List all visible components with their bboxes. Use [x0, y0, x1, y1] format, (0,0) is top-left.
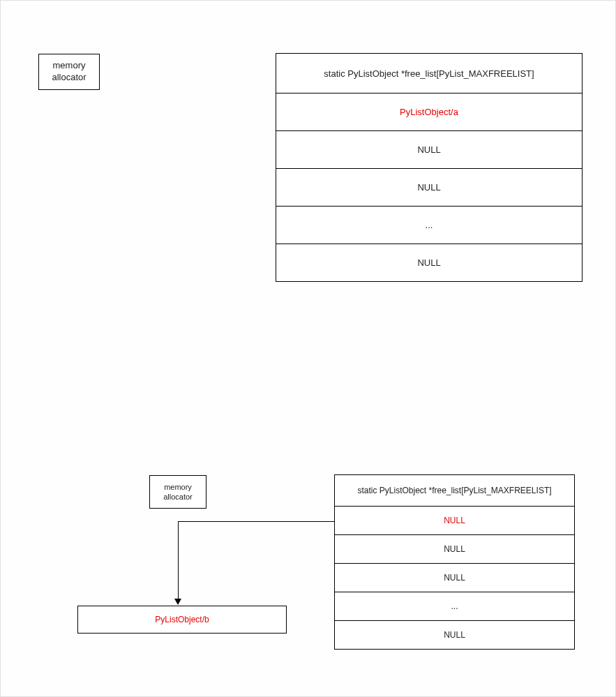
free-list-row-2-3: ...	[334, 592, 575, 621]
free-list-row-1-1: NULL	[276, 130, 583, 169]
arrow-segment-h	[178, 521, 334, 522]
free-list-row-1-3: ...	[276, 206, 583, 244]
free-list-cell-text: PyListObject/a	[400, 107, 458, 117]
free-list-cell-text: ...	[451, 601, 458, 611]
free-list-row-1-2: NULL	[276, 168, 583, 207]
free-list-cell-text: NULL	[417, 182, 440, 193]
free-list-cell-text: NULL	[417, 144, 440, 155]
free-list-cell-text: NULL	[444, 630, 465, 640]
memory-allocator-box-1: memory allocator	[38, 54, 100, 90]
memory-allocator-label-1: memory allocator	[52, 60, 86, 84]
free-list-row-1-0: PyListObject/a	[276, 93, 583, 131]
free-list-cell-text: NULL	[417, 257, 440, 268]
free-list-row-2-2: NULL	[334, 563, 575, 592]
free-list-header-2: static PyListObject *free_list[PyList_MA…	[334, 474, 575, 507]
free-list-cell-text: ...	[426, 220, 433, 230]
result-text: PyListObject/b	[155, 615, 209, 624]
free-list-row-2-1: NULL	[334, 534, 575, 564]
free-list-cell-text: NULL	[444, 544, 465, 554]
free-list-header-text-1: static PyListObject *free_list[PyList_MA…	[324, 68, 534, 79]
arrow-head-icon	[174, 599, 181, 605]
free-list-header-1: static PyListObject *free_list[PyList_MA…	[276, 53, 583, 93]
memory-allocator-label-2: memory allocator	[163, 482, 193, 502]
diagram-canvas: memory allocator static PyListObject *fr…	[0, 0, 616, 697]
memory-allocator-box-2: memory allocator	[149, 475, 206, 509]
arrow-segment-v	[178, 521, 179, 600]
free-list-row-2-4: NULL	[334, 620, 575, 650]
free-list-table-2: static PyListObject *free_list[PyList_MA…	[334, 475, 575, 650]
free-list-header-text-2: static PyListObject *free_list[PyList_MA…	[357, 486, 551, 495]
free-list-table-1: static PyListObject *free_list[PyList_MA…	[276, 54, 583, 282]
result-box: PyListObject/b	[77, 606, 287, 634]
free-list-row-2-0: NULL	[334, 506, 575, 535]
free-list-row-1-4: NULL	[276, 243, 583, 282]
free-list-cell-text: NULL	[444, 516, 465, 525]
free-list-cell-text: NULL	[444, 573, 465, 583]
